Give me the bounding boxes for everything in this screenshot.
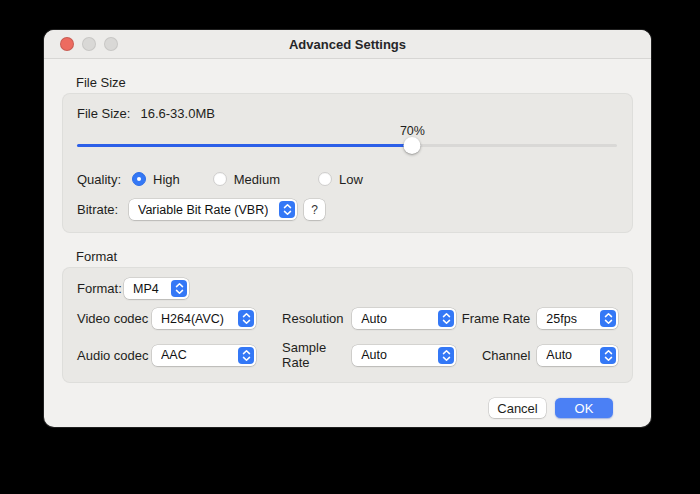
video-settings-row: Video codec H264(AVC) Resolution Auto Fr… bbox=[77, 308, 618, 329]
quality-label: Quality: bbox=[77, 172, 132, 187]
ok-button[interactable]: OK bbox=[555, 398, 613, 418]
traffic-lights bbox=[60, 30, 118, 58]
close-button[interactable] bbox=[60, 37, 74, 51]
dialog-footer: Cancel OK bbox=[62, 398, 633, 418]
slider-value-label: 70% bbox=[400, 124, 425, 138]
updown-chevron-icon bbox=[279, 201, 295, 218]
select-value: Auto bbox=[546, 348, 572, 362]
quality-option-label: Medium bbox=[234, 172, 280, 187]
select-value: AAC bbox=[161, 348, 187, 362]
radio-icon bbox=[318, 172, 332, 186]
titlebar: Advanced Settings bbox=[44, 30, 651, 59]
quality-option-label: Low bbox=[339, 172, 363, 187]
channel-select[interactable]: Auto bbox=[537, 345, 618, 366]
advanced-settings-dialog: Advanced Settings File Size File Size: 1… bbox=[44, 30, 651, 427]
select-value: Auto bbox=[361, 312, 387, 326]
cancel-button[interactable]: Cancel bbox=[489, 398, 546, 418]
frame-rate-select[interactable]: 25fps bbox=[537, 308, 618, 329]
audio-codec-select[interactable]: AAC bbox=[152, 345, 256, 366]
updown-chevron-icon bbox=[438, 347, 454, 364]
slider-fill bbox=[77, 144, 412, 147]
quality-option-low[interactable]: Low bbox=[318, 172, 363, 187]
help-button[interactable]: ? bbox=[304, 199, 325, 220]
updown-chevron-icon bbox=[600, 310, 616, 327]
video-codec-select[interactable]: H264(AVC) bbox=[152, 308, 256, 329]
select-value: Variable Bit Rate (VBR) bbox=[138, 203, 268, 217]
window-title: Advanced Settings bbox=[289, 37, 406, 52]
format-row: Format: MP4 bbox=[77, 278, 618, 299]
resolution-label: Resolution bbox=[282, 311, 352, 326]
quality-option-high[interactable]: High bbox=[132, 172, 180, 187]
file-size-row: File Size: 16.6-33.0MB bbox=[77, 106, 618, 121]
file-size-group-box: File Size: 16.6-33.0MB 70% Quality: High… bbox=[62, 93, 633, 233]
audio-codec-label: Audio codec bbox=[77, 348, 152, 363]
sample-rate-label: Sample Rate bbox=[282, 340, 352, 370]
audio-settings-row: Audio codec AAC Sample Rate Auto Channel bbox=[77, 340, 618, 370]
updown-chevron-icon bbox=[238, 310, 254, 327]
updown-chevron-icon bbox=[600, 347, 616, 364]
quality-option-medium[interactable]: Medium bbox=[213, 172, 280, 187]
bitrate-row: Bitrate: Variable Bit Rate (VBR) ? bbox=[77, 199, 618, 220]
updown-chevron-icon bbox=[238, 347, 254, 364]
select-value: 25fps bbox=[546, 312, 577, 326]
bitrate-label: Bitrate: bbox=[77, 202, 129, 217]
quality-row: Quality: High Medium Low bbox=[77, 169, 618, 189]
file-size-label: File Size: bbox=[77, 106, 130, 121]
channel-label: Channel bbox=[460, 348, 530, 363]
radio-icon bbox=[213, 172, 227, 186]
minimize-button bbox=[82, 37, 96, 51]
zoom-button bbox=[104, 37, 118, 51]
resolution-select[interactable]: Auto bbox=[352, 308, 456, 329]
format-group-box: Format: MP4 Video codec H264(AVC) Resolu… bbox=[62, 267, 633, 383]
video-codec-label: Video codec bbox=[77, 311, 152, 326]
updown-chevron-icon bbox=[171, 280, 187, 297]
updown-chevron-icon bbox=[438, 310, 454, 327]
select-value: MP4 bbox=[133, 282, 159, 296]
format-label: Format: bbox=[77, 281, 124, 296]
bitrate-select[interactable]: Variable Bit Rate (VBR) bbox=[129, 199, 297, 220]
frame-rate-label: Frame Rate bbox=[460, 311, 530, 326]
sample-rate-select[interactable]: Auto bbox=[352, 345, 456, 366]
slider-thumb[interactable] bbox=[404, 137, 421, 154]
select-value: H264(AVC) bbox=[161, 312, 224, 326]
file-size-slider[interactable]: 70% bbox=[77, 123, 618, 157]
select-value: Auto bbox=[361, 348, 387, 362]
format-group-label: Format bbox=[76, 249, 633, 264]
dialog-content: File Size File Size: 16.6-33.0MB 70% Qua… bbox=[44, 75, 651, 418]
format-select[interactable]: MP4 bbox=[124, 278, 189, 299]
file-size-value: 16.6-33.0MB bbox=[140, 106, 214, 121]
quality-option-label: High bbox=[153, 172, 180, 187]
radio-selected-icon bbox=[132, 172, 146, 186]
file-size-group-label: File Size bbox=[76, 75, 633, 90]
